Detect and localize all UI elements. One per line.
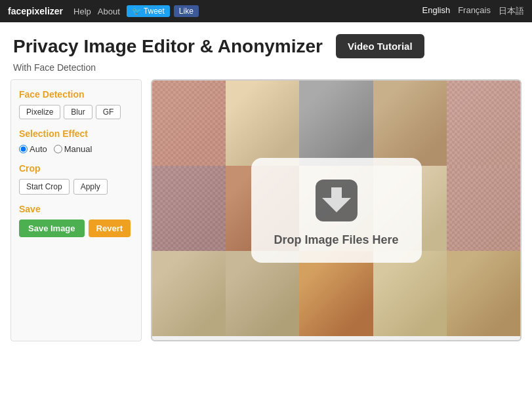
like-button[interactable]: Like (174, 5, 199, 17)
selection-label: Selection Effect (19, 128, 133, 139)
photo-cell (226, 251, 299, 336)
crop-buttons: Start Crop Apply (19, 179, 133, 195)
photo-cell (447, 251, 520, 336)
main-content: Face Detection Pixelize Blur GF Selectio… (0, 79, 532, 352)
gf-button[interactable]: GF (96, 105, 121, 119)
tweet-button[interactable]: 🐦 Tweet (127, 5, 170, 17)
photo-cell (299, 81, 373, 166)
apply-button[interactable]: Apply (73, 179, 108, 195)
save-buttons: Save Image Revert (19, 220, 133, 237)
save-label: Save (19, 204, 133, 214)
effect-buttons: Pixelize Blur GF (19, 105, 133, 119)
navbar: facepixelizer Help About 🐦 Tweet Like En… (0, 0, 532, 22)
blur-button[interactable]: Blur (64, 105, 92, 119)
photo-cell (152, 166, 226, 251)
drop-overlay: Drop Image Files Here (251, 158, 422, 263)
pixelize-button[interactable]: Pixelize (19, 105, 60, 119)
photo-cell (447, 81, 520, 166)
crop-label: Crop (19, 163, 133, 174)
twitter-icon: 🐦 (132, 7, 142, 16)
photo-cell (373, 251, 447, 336)
download-icon (310, 174, 363, 227)
auto-radio[interactable] (19, 145, 28, 153)
selection-radio-group: Auto Manual (19, 144, 133, 154)
start-crop-button[interactable]: Start Crop (19, 179, 70, 195)
manual-radio-label[interactable]: Manual (54, 144, 92, 154)
help-link[interactable]: Help (73, 7, 91, 16)
language-links: English Français 日本語 (422, 5, 525, 17)
brand-logo: facepixelizer (8, 6, 63, 16)
pixelated-face (152, 81, 226, 166)
auto-radio-label[interactable]: Auto (19, 144, 47, 154)
social-buttons: 🐦 Tweet Like (127, 5, 199, 17)
video-tutorial-button[interactable]: Video Tutorial (336, 34, 424, 58)
photo-cell (226, 81, 299, 166)
photo-cell (373, 81, 447, 166)
photo-cell (152, 251, 226, 336)
photo-cell (447, 166, 520, 251)
pixelated-face (152, 166, 226, 251)
lang-japanese[interactable]: 日本語 (499, 5, 524, 17)
sidebar: Face Detection Pixelize Blur GF Selectio… (10, 79, 142, 341)
face-detection-label: Face Detection (19, 89, 133, 100)
drop-text: Drop Image Files Here (274, 233, 398, 247)
page-title: Privacy Image Editor & Anonymizer (13, 36, 323, 57)
selection-section: Selection Effect Auto Manual (19, 128, 133, 154)
photo-cell (152, 81, 226, 166)
lang-french[interactable]: Français (458, 5, 491, 17)
dropzone[interactable]: Drop Image Files Here (151, 79, 522, 341)
revert-button[interactable]: Revert (89, 220, 131, 237)
manual-radio[interactable] (54, 145, 62, 153)
save-image-button[interactable]: Save Image (19, 220, 85, 237)
subtitle: With Face Detection (0, 62, 532, 79)
page-header: Privacy Image Editor & Anonymizer Video … (0, 22, 532, 62)
save-section: Save Save Image Revert (19, 204, 133, 237)
pixelated-face (447, 81, 520, 166)
lang-english[interactable]: English (422, 5, 451, 17)
nav-links: Help About (73, 7, 120, 16)
about-link[interactable]: About (98, 7, 120, 16)
photo-cell (299, 251, 373, 336)
crop-section: Crop Start Crop Apply (19, 163, 133, 195)
pixelated-face (447, 166, 520, 251)
